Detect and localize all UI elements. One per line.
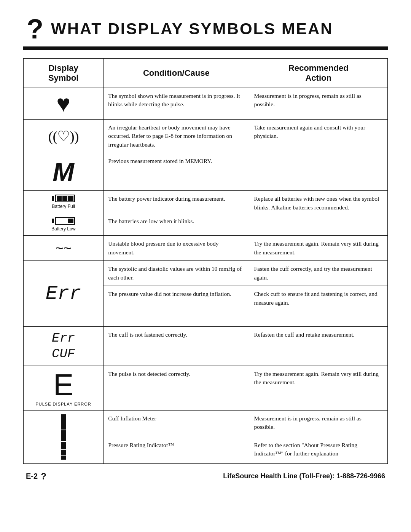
condition-text: The systolic and diastolic values are wi… <box>108 265 242 280</box>
condition-text: An irregular heartbeat or body movement … <box>108 124 232 148</box>
action-cell-err2: Check cuff to ensure fit and fastening i… <box>249 286 388 311</box>
table-row: M Previous measurement stored in MEMORY. <box>23 153 388 191</box>
action-text: Replace all batteries with new ones when… <box>254 195 379 210</box>
condition-cell-err2: The pressure value did not increase duri… <box>104 286 249 311</box>
unstable-icon: ~~ <box>56 240 72 256</box>
table-row: ((♡)) An irregular heartbeat or body mov… <box>23 120 388 153</box>
condition-cell-unstable: Unstable blood pressure due to excessive… <box>104 236 249 261</box>
condition-cell-irreg: An irregular heartbeat or body movement … <box>104 120 249 153</box>
table-row: ♥ The symbol shown while measurement is … <box>23 88 388 120</box>
footer-page-number: E-2 <box>26 472 38 481</box>
e-icon: E <box>53 368 73 402</box>
condition-text: The cuff is not fastened correctly. <box>108 331 187 338</box>
action-cell-pressure: Refer to the section "About Pressure Rat… <box>249 437 388 464</box>
action-cell-err1: Fasten the cuff correctly, and try the m… <box>249 261 388 286</box>
condition-cell-err-cuf-merged <box>104 311 249 327</box>
condition-cell-e: The pulse is not detected correctly. <box>104 366 249 410</box>
action-text: Refasten the cuff and retake measurement… <box>254 331 354 338</box>
symbol-cell-heart: ♥ <box>23 88 104 120</box>
page-title: WHAT DISPLAY SYMBOLS MEAN <box>51 20 333 38</box>
symbol-cell-battery-low: Battery Low <box>23 213 104 236</box>
footer: E-2 ? LifeSource Health Line (Toll-Free)… <box>23 471 388 482</box>
bar-seg-5 <box>61 456 66 460</box>
condition-cell-battery-low: The batteries are low when it blinks. <box>104 213 249 236</box>
condition-cell-heart: The symbol shown while measurement is in… <box>104 88 249 120</box>
action-text: Measurement is in progress, remain as st… <box>254 93 361 107</box>
table-row: Err The systolic and diastolic values ar… <box>23 261 388 286</box>
condition-text: Unstable blood pressure due to excessive… <box>108 240 218 255</box>
symbol-cell-battery-full: Battery Full <box>23 191 104 213</box>
symbol-cell-err-cuf: ErrCUF <box>23 327 104 366</box>
condition-text: The battery power indicator during measu… <box>108 195 225 202</box>
action-text: Measurement is in progress, remain as st… <box>254 415 361 430</box>
condition-text: Previous measurement stored in MEMORY. <box>108 158 212 164</box>
question-mark-icon: ? <box>27 15 43 43</box>
bar-seg-2 <box>61 430 66 441</box>
table-row: Battery Full The battery power indicator… <box>23 191 388 213</box>
pulse-display-error-label: PULSE DISPLAY ERROR <box>27 402 100 406</box>
condition-cell-battery-full: The battery power indicator during measu… <box>104 191 249 213</box>
action-cell-m <box>249 153 388 191</box>
condition-text: The symbol shown while measurement is in… <box>108 93 240 107</box>
action-text: Check cuff to ensure fit and fastening i… <box>254 291 377 305</box>
action-cell-cuff-meter: Measurement is in progress, remain as st… <box>249 410 388 437</box>
header-action: RecommendedAction <box>249 58 388 88</box>
title-bar <box>23 46 388 50</box>
header-condition: Condition/Cause <box>104 58 249 88</box>
condition-text: Cuff Inflation Meter <box>108 415 156 422</box>
action-cell-heart: Measurement is in progress, remain as st… <box>249 88 388 120</box>
irregular-heart-icon: ((♡)) <box>48 128 79 144</box>
table-row: ~~ Unstable blood pressure due to excess… <box>23 236 388 261</box>
symbol-cell-err: Err <box>23 261 104 327</box>
pulse-error-icon: E PULSE DISPLAY ERROR <box>27 370 100 406</box>
symbol-cell-bar <box>23 410 104 464</box>
condition-cell-err-cuf: The cuff is not fastened correctly. <box>104 327 249 366</box>
m-memory-icon: M <box>53 157 74 186</box>
table-row: ErrCUF The cuff is not fastened correctl… <box>23 327 388 366</box>
action-cell-irreg: Take measurement again and consult with … <box>249 120 388 153</box>
err-icon: Err <box>27 283 100 305</box>
battery-full-label: Battery Full <box>52 204 75 209</box>
condition-text: Pressure Rating Indicator™ <box>108 442 174 448</box>
action-cell-unstable: Try the measurement again. Remain very s… <box>249 236 388 261</box>
bar-seg-3 <box>61 442 66 449</box>
action-text: Refer to the section "About Pressure Rat… <box>254 442 357 457</box>
condition-text: The pressure value did not increase duri… <box>108 291 231 297</box>
condition-cell-cuff-meter: Cuff Inflation Meter <box>104 410 249 437</box>
footer-contact: LifeSource Health Line (Toll-Free): 1-88… <box>223 472 385 480</box>
bar-seg-4 <box>61 450 66 455</box>
bar-seg-1 <box>61 414 66 430</box>
page-header: ? WHAT DISPLAY SYMBOLS MEAN <box>23 15 388 43</box>
heart-icon: ♥ <box>56 91 70 117</box>
footer-left: E-2 ? <box>26 471 46 482</box>
symbol-cell-m: M <box>23 153 104 191</box>
action-text: Take measurement again and consult with … <box>254 124 365 139</box>
condition-text: The pulse is not detected correctly. <box>108 371 190 377</box>
bar-indicator-icon <box>27 414 100 460</box>
symbol-cell-e: E PULSE DISPLAY ERROR <box>23 366 104 410</box>
condition-cell-err1: The systolic and diastolic values are wi… <box>104 261 249 286</box>
condition-text <box>108 316 109 321</box>
table-row: E PULSE DISPLAY ERROR The pulse is not d… <box>23 366 388 410</box>
battery-full-icon: Battery Full <box>27 195 100 209</box>
action-cell-e: Try the measurement again. Remain very s… <box>249 366 388 410</box>
symbol-cell-blank: ~~ <box>23 236 104 261</box>
action-cell-err-cuf: Refasten the cuff and retake measurement… <box>249 327 388 366</box>
action-text: Fasten the cuff correctly, and try the m… <box>254 265 372 280</box>
condition-cell-m: Previous measurement stored in MEMORY. <box>104 153 249 191</box>
symbols-table: DisplaySymbol Condition/Cause Recommende… <box>23 58 388 464</box>
action-text <box>254 316 255 321</box>
err-cuf-icon: ErrCUF <box>27 331 100 362</box>
battery-low-icon: Battery Low <box>27 217 100 232</box>
symbol-cell-irreg-heart: ((♡)) <box>23 120 104 153</box>
condition-text: The batteries are low when it blinks. <box>108 218 194 224</box>
action-text: Try the measurement again. Remain very s… <box>254 240 378 255</box>
header-display: DisplaySymbol <box>23 58 104 88</box>
condition-cell-pressure: Pressure Rating Indicator™ <box>104 437 249 464</box>
table-row: Cuff Inflation Meter Measurement is in p… <box>23 410 388 437</box>
footer-question-icon: ? <box>41 471 46 482</box>
action-cell-battery: Replace all batteries with new ones when… <box>249 191 388 236</box>
action-cell-err-cuf-merged <box>249 311 388 327</box>
action-text: Try the measurement again. Remain very s… <box>254 371 378 385</box>
battery-low-label: Battery Low <box>51 226 75 232</box>
